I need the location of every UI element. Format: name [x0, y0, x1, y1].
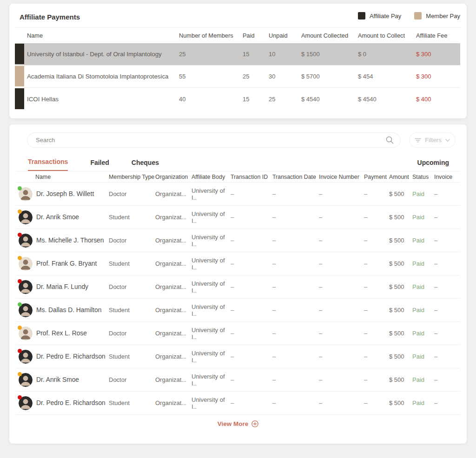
transaction-date: –	[272, 260, 319, 267]
affiliate-row[interactable]: University of Istanbul - Dept. of Oral I…	[15, 43, 460, 65]
status-badge: Paid	[412, 330, 434, 337]
transaction-row[interactable]: Dr. Joseph B. Willett Doctor Organizat..…	[16, 183, 460, 206]
status-badge: Paid	[412, 260, 434, 267]
row-color-bar	[15, 88, 24, 109]
affiliate-body: University of I..	[192, 187, 231, 201]
search-icon[interactable]	[386, 136, 394, 144]
status-badge: Paid	[412, 399, 434, 406]
view-more-button[interactable]: View More	[9, 420, 467, 427]
legend-label: Affiliate Pay	[370, 13, 401, 20]
amount-collected: $ 4540	[298, 96, 355, 103]
invoice-number: –	[319, 214, 364, 221]
affiliate-name: University of Istanbul - Dept. of Oral I…	[24, 51, 176, 58]
transaction-id: –	[231, 190, 272, 197]
column-header: Affiliate Body	[192, 174, 231, 180]
tab-transactions[interactable]: Transactions	[28, 158, 68, 171]
payment: –	[364, 214, 389, 221]
amount: $ 500	[389, 214, 412, 221]
transaction-row[interactable]: Prof. Rex L. Rose Doctor Organizat... Un…	[16, 322, 460, 345]
invoice-number: –	[319, 330, 364, 337]
search-box[interactable]	[27, 132, 401, 148]
filters-button[interactable]: Filters	[409, 132, 456, 148]
invoice-number: –	[319, 353, 364, 360]
column-header: Membership Type	[109, 174, 155, 180]
paid-count: 15	[240, 51, 266, 58]
organization: Organizat...	[155, 283, 192, 290]
legend-item: Affiliate Pay	[358, 12, 401, 20]
view-more-label: View More	[218, 420, 249, 427]
amount: $ 500	[389, 260, 412, 267]
affiliate-row[interactable]: ICOI Hellas 40 15 25 $ 4540 $ 4540 $ 400	[15, 88, 460, 110]
payment: –	[364, 353, 389, 360]
plus-circle-icon	[251, 420, 258, 427]
status-dot-red	[18, 233, 22, 237]
invoice-number: –	[319, 307, 364, 314]
row-color-bar	[15, 66, 24, 86]
affiliate-body: University of I..	[192, 373, 231, 387]
amount-collected: $ 5700	[298, 73, 355, 80]
affiliate-body: University of I..	[192, 234, 231, 248]
transaction-row[interactable]: Dr. Maria F. Lundy Doctor Organizat... U…	[16, 275, 460, 299]
transaction-row[interactable]: Dr. Pedro E. Richardson Student Organiza…	[16, 345, 460, 368]
legend-swatch-tan-icon	[414, 12, 422, 20]
organization: Organizat...	[155, 307, 192, 314]
amount-collected: $ 1500	[298, 51, 355, 58]
status-dot-yellow	[18, 326, 22, 330]
amount: $ 500	[389, 237, 412, 244]
status-dot-yellow	[18, 209, 22, 214]
invoice: –	[434, 190, 460, 197]
affiliate-fee: $ 400	[413, 96, 460, 103]
affiliate-row[interactable]: Academia Italiana Di Stomotoloia Implant…	[15, 65, 460, 88]
membership-type: Doctor	[109, 330, 155, 337]
column-header: Status	[412, 174, 434, 180]
transaction-id: –	[231, 283, 272, 290]
row-color-bar	[15, 44, 24, 64]
organization: Organizat...	[155, 214, 192, 221]
transaction-date: –	[272, 214, 319, 221]
filters-label: Filters	[425, 137, 441, 144]
membership-type: Doctor	[109, 376, 155, 383]
membership-type: Student	[109, 399, 155, 406]
transaction-row[interactable]: Dr. Anrik Smoe Doctor Organizat... Unive…	[16, 368, 460, 392]
membership-type: Doctor	[109, 237, 155, 244]
members-count: 55	[176, 73, 240, 80]
chevron-down-icon	[445, 139, 450, 142]
unpaid-count: 10	[266, 51, 298, 58]
legend-label: Member Pay	[426, 13, 460, 20]
invoice: –	[434, 214, 460, 221]
status-badge: Paid	[412, 376, 434, 383]
transaction-row[interactable]: Prof. Frank G. Bryant Student Organizat.…	[16, 252, 460, 275]
member-name: Dr. Pedro E. Richardson	[36, 353, 106, 360]
affiliate-body: University of I..	[192, 396, 231, 410]
membership-type: Student	[109, 214, 155, 221]
transaction-row[interactable]: Dr. Pedro E. Richardson Student Organiza…	[16, 392, 460, 415]
column-header: Invoice	[434, 174, 460, 180]
organization: Organizat...	[155, 399, 192, 406]
search-input[interactable]	[36, 137, 386, 144]
membership-type: Student	[109, 353, 155, 360]
invoice: –	[434, 330, 460, 337]
payment: –	[364, 190, 389, 197]
invoice: –	[434, 376, 460, 383]
transactions-table-header: NameMembership TypeOrganizationAffiliate…	[16, 171, 460, 183]
tab-failed[interactable]: Failed	[90, 159, 109, 171]
invoice-number: –	[319, 190, 364, 197]
column-header: Organization	[155, 174, 192, 180]
amount: $ 500	[389, 399, 412, 406]
column-header: Transaction ID	[231, 174, 272, 180]
status-badge: Paid	[412, 190, 434, 197]
transaction-row[interactable]: Ms. Michelle J. Thorsen Doctor Organizat…	[16, 229, 460, 252]
status-dot-yellow	[18, 372, 22, 376]
tab-cheques[interactable]: Cheques	[132, 159, 159, 171]
status-dot-green	[18, 302, 22, 307]
affiliate-name: Academia Italiana Di Stomotoloia Implant…	[24, 73, 176, 80]
status-badge: Paid	[412, 214, 434, 221]
invoice-number: –	[319, 399, 364, 406]
column-header: Amount Collected	[298, 32, 355, 39]
affiliate-body: University of I..	[192, 257, 231, 271]
status-badge: Paid	[412, 237, 434, 244]
transaction-row[interactable]: Dr. Anrik Smoe Student Organizat... Univ…	[16, 206, 460, 229]
amount: $ 500	[389, 376, 412, 383]
transaction-row[interactable]: Ms. Dallas D. Hamilton Student Organizat…	[16, 299, 460, 322]
affiliate-body: University of I..	[192, 210, 231, 224]
